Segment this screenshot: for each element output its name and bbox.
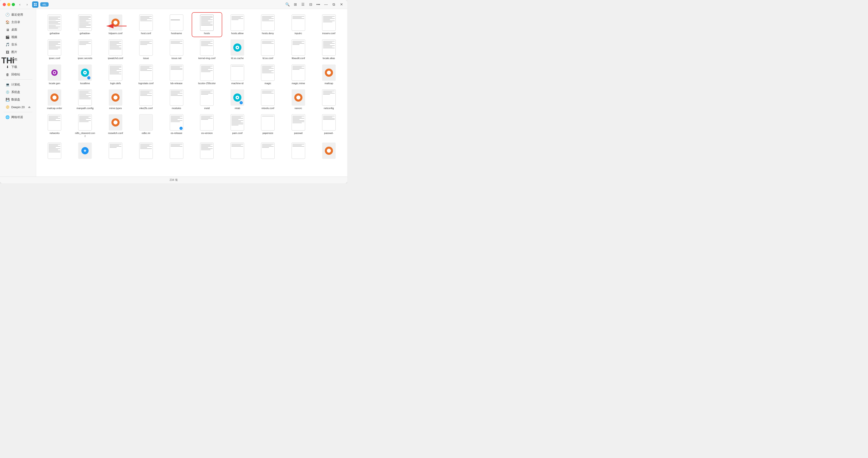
file-item-logrotate-conf[interactable]: logrotate.conf [131,63,161,87]
file-item-passwd[interactable]: passwd [283,112,313,140]
file-item-localtime[interactable]: → localtime [70,63,100,87]
window-restore-button[interactable]: ⧉ [331,1,337,8]
file-item-ipsec-conf[interactable]: ipsec.conf [40,37,69,61]
sidebar-item-recent[interactable]: 🕐 最近使用 [2,11,34,18]
file-item-hosts-allow[interactable]: hosts.allow [223,13,252,37]
file-item-lscolor[interactable]: lscolor-256color [192,63,222,87]
sidebar-item-home[interactable]: 🏠 主目录 [2,19,34,26]
statusbar: 234 项 [0,176,347,183]
file-item-ld-so-conf[interactable]: ld.so.conf [253,37,283,61]
sidebar-item-data-disk-label: 数据盘 [11,97,20,102]
file-item-inputrc[interactable]: inputrc [283,13,313,37]
file-item-mailcap[interactable]: mailcap [314,63,344,87]
file-name-nilfs-cleanerd-conf: nilfs_cleanerd.conf [75,132,95,138]
file-content-area[interactable]: gshadow gshadow- [36,9,347,176]
eject-icon[interactable]: ⏏ [28,106,31,109]
file-item-passwd-minus[interactable]: passwd- [314,112,344,140]
file-item-gshadow[interactable]: gshadow [40,13,69,37]
file-item-login-defs[interactable]: login.defs [101,63,130,87]
sidebar-item-deepin[interactable]: 📀 Deepin 20 ⏏ [2,104,34,111]
file-item-nanorc[interactable]: nanorc [283,88,313,112]
file-item-os-version[interactable]: os-version [192,112,222,140]
detail-view-button[interactable]: ⊟ [307,1,314,8]
sidebar-item-music[interactable]: 🎵 音乐 [2,41,34,48]
sidebar-item-video[interactable]: 🎬 视频 [2,33,34,41]
file-item-row6-7[interactable] [223,141,252,162]
file-item-issue-net[interactable]: issue.net [162,37,191,61]
file-item-modules[interactable]: modules [162,88,191,112]
more-button[interactable]: ••• [315,1,321,8]
file-item-mime-types[interactable]: mime.types [101,88,130,112]
file-item-netconfig[interactable]: netconfig [314,88,344,112]
close-button[interactable] [3,3,6,6]
file-thumbnail-ipsec-conf [46,39,63,56]
file-item-hostname[interactable]: hostname [162,13,191,37]
file-item-row6-6[interactable] [192,141,222,162]
file-item-papersize[interactable]: papersize [253,112,283,140]
sidebar-divider-2 [4,112,32,112]
file-item-row6-8[interactable] [253,141,283,162]
file-name-lscolor: lscolor-256color [198,82,216,85]
file-thumbnail-manpath-config [77,89,93,106]
file-item-libaudit-conf[interactable]: libaudit.conf [283,37,313,61]
file-item-lsb-release[interactable]: lsb-release [162,63,191,87]
file-item-row6-5[interactable] [162,141,191,162]
sidebar-item-system-disk[interactable]: 💿 系统盘 [2,88,34,96]
sidebar-item-computer[interactable]: 💻 计算机 [2,81,34,88]
grid-view-button[interactable]: ⊞ [292,1,298,8]
file-item-nilfs-cleanerd-conf[interactable]: nilfs_cleanerd.conf [70,112,100,140]
file-item-ld-so-cache[interactable]: ld.so.cache [223,37,252,61]
file-item-row6-4[interactable] [131,141,161,162]
file-item-insserv-conf[interactable]: insserv.conf [314,13,344,37]
file-item-networks[interactable]: networks [40,112,69,140]
file-item-row6-1[interactable] [40,141,69,162]
window-minimize-button[interactable]: — [323,1,329,8]
list-view-button[interactable]: ☰ [300,1,306,8]
file-item-row6-2[interactable] [70,141,100,162]
file-item-host-conf[interactable]: host.conf [131,13,161,37]
file-item-mailcap-order[interactable]: mailcap.order [40,88,69,112]
file-item-hdparm-conf[interactable]: hdparm.conf [101,13,130,37]
file-item-magic[interactable]: magic [253,63,283,87]
maximize-button[interactable] [12,3,15,6]
sidebar-item-desktop[interactable]: 🖥 桌面 [2,26,34,33]
svg-rect-2 [34,5,35,6]
file-item-mke2fs-conf[interactable]: mke2fs.conf [131,88,161,112]
file-item-gshadow-minus[interactable]: gshadow- [70,13,100,37]
file-item-hosts-deny[interactable]: hosts.deny [253,13,283,37]
file-item-magic-mime[interactable]: magic.mime [283,63,313,87]
file-item-issue[interactable]: issue [131,37,161,61]
file-item-ipsec-secrets[interactable]: ipsec.secrets [70,37,100,61]
minimize-button[interactable] [7,3,10,6]
file-grid: gshadow gshadow- [40,13,344,162]
file-item-os-release[interactable]: → os-release [162,112,191,140]
file-item-odbc-ini[interactable]: odbc.ini [131,112,161,140]
file-item-manpath-config[interactable]: manpath.config [70,88,100,112]
file-name-nsswitch-conf: nsswitch.conf [108,132,123,135]
back-button[interactable]: ‹ [17,1,23,8]
file-item-locale-alias[interactable]: locale.alias [314,37,344,61]
file-item-motd[interactable]: motd [192,88,222,112]
file-item-machine-id[interactable]: machine-id [223,63,252,87]
file-item-pam-conf[interactable]: pam.conf [223,112,252,140]
file-item-row6-9[interactable] [283,141,313,162]
file-item-hosts[interactable]: hosts [192,13,222,37]
file-item-mtools-conf[interactable]: mtools.conf [253,88,283,112]
file-item-nsswitch-conf[interactable]: nsswitch.conf [101,112,130,140]
file-thumbnail-odbc-ini [138,114,154,131]
window-close-button[interactable]: ✕ [338,1,344,8]
sidebar-item-trash[interactable]: 🗑 回收站 [2,71,34,78]
sidebar-item-data-disk[interactable]: 💾 数据盘 [2,96,34,103]
search-button[interactable]: 🔍 [284,1,291,8]
file-item-row6-3[interactable] [101,141,130,162]
file-item-row6-10[interactable] [314,141,344,162]
sidebar-item-network[interactable]: 🌐 网络邻居 [2,114,34,121]
file-item-kernel-img-conf[interactable]: kernel-img.conf [192,37,222,61]
sidebar-item-downloads[interactable]: ⬇ 下载 [2,63,34,70]
file-item-ipwatchd-conf[interactable]: ipwatchd.conf [101,37,130,61]
forward-button[interactable]: › [24,1,30,8]
file-item-mtab[interactable]: → mtab [223,88,252,112]
sidebar-item-documents[interactable]: 📄 文档 [2,56,34,63]
sidebar-item-pictures[interactable]: 🖼 图片 [2,49,34,56]
file-item-locale-gen[interactable]: locale.gen [40,63,69,87]
